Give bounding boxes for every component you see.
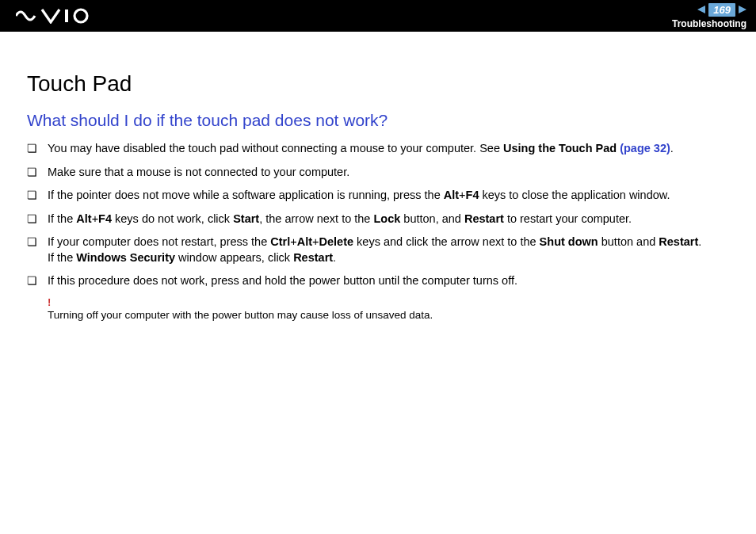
bullet-icon: ❏ bbox=[27, 141, 48, 156]
troubleshoot-list: ❏ You may have disabled the touch pad wi… bbox=[27, 141, 729, 289]
bullet-icon: ❏ bbox=[27, 212, 48, 227]
bullet-icon: ❏ bbox=[27, 165, 48, 180]
page-link[interactable]: (page 32) bbox=[620, 142, 670, 154]
page-number: 169 bbox=[708, 3, 735, 17]
list-text: If your computer does not restart, press… bbox=[48, 235, 729, 265]
warning-text: Turning off your computer with the power… bbox=[48, 309, 729, 321]
list-text: You may have disabled the touch pad with… bbox=[48, 141, 729, 157]
vaio-logo-svg bbox=[16, 8, 95, 24]
page-content: Touch Pad What should I do if the touch … bbox=[0, 32, 756, 321]
next-page-arrow-icon[interactable] bbox=[739, 6, 746, 13]
vaio-logo bbox=[16, 8, 95, 24]
section-label: Troubleshooting bbox=[672, 18, 746, 29]
list-text: If the Alt+F4 keys do not work, click St… bbox=[48, 212, 729, 227]
list-item: ❏ If the pointer does not move while a s… bbox=[27, 188, 729, 204]
list-item: ❏ Make sure that a mouse is not connecte… bbox=[27, 165, 729, 181]
page-nav: 169 bbox=[697, 3, 746, 17]
page-subtitle: What should I do if the touch pad does n… bbox=[27, 111, 729, 130]
page-title: Touch Pad bbox=[27, 71, 729, 97]
svg-point-1 bbox=[74, 10, 87, 22]
svg-rect-0 bbox=[65, 10, 68, 22]
header-right: 169 Troubleshooting bbox=[672, 0, 746, 32]
list-text: Make sure that a mouse is not connected … bbox=[48, 165, 729, 181]
prev-page-arrow-icon[interactable] bbox=[697, 6, 705, 13]
list-item: ❏ If your computer does not restart, pre… bbox=[27, 235, 729, 265]
warning-icon: ! bbox=[48, 297, 729, 307]
list-text: If the pointer does not move while a sof… bbox=[48, 188, 729, 204]
list-text: If this procedure does not work, press a… bbox=[48, 273, 729, 289]
bullet-icon: ❏ bbox=[27, 188, 48, 203]
warning-note: ! Turning off your computer with the pow… bbox=[48, 297, 729, 321]
list-item: ❏ If the Alt+F4 keys do not work, click … bbox=[27, 212, 729, 227]
bullet-icon: ❏ bbox=[27, 235, 48, 250]
bullet-icon: ❏ bbox=[27, 273, 48, 288]
list-item: ❏ You may have disabled the touch pad wi… bbox=[27, 141, 729, 157]
header-bar: 169 Troubleshooting bbox=[0, 0, 756, 32]
list-item: ❏ If this procedure does not work, press… bbox=[27, 273, 729, 289]
